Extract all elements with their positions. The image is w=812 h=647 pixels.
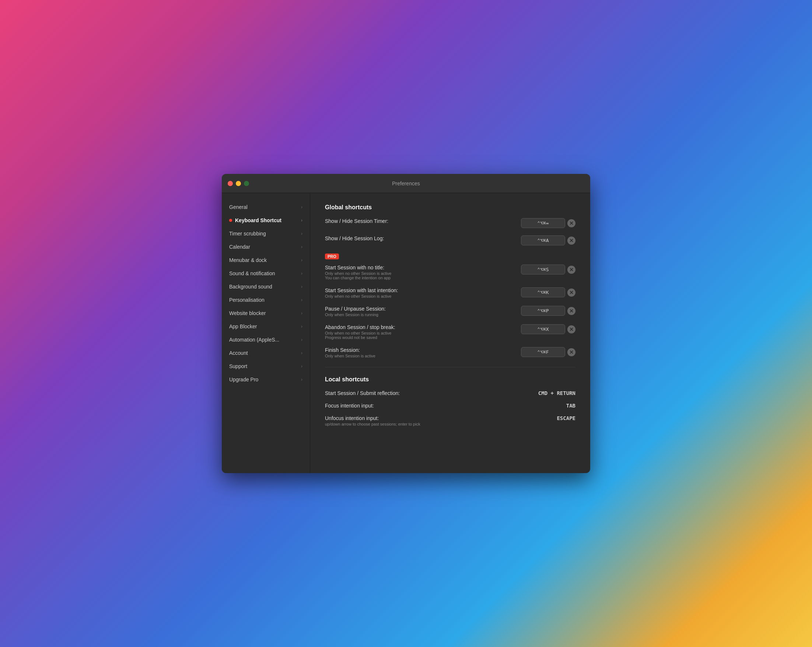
sidebar-item-automation[interactable]: Automation (AppleS...›: [222, 333, 310, 346]
local-sub-label-unfocus-intention: up/down arrow to choose past sessions; e…: [325, 422, 557, 426]
sidebar-label-background-sound: Background sound: [229, 284, 272, 290]
shortcut-sub-label-abandon-session: Only when no other Session is active: [325, 331, 521, 335]
chevron-right-icon: ›: [301, 284, 302, 289]
sidebar-label-general: General: [229, 204, 247, 210]
sidebar-item-left-support: Support: [229, 363, 247, 369]
sidebar-item-left-background-sound: Background sound: [229, 284, 272, 290]
shortcut-sub-label-finish-session: Only when Session is active: [325, 354, 521, 358]
sidebar-item-left-menubar-dock: Menubar & dock: [229, 257, 267, 263]
sidebar-item-app-blocker[interactable]: App Blocker›: [222, 320, 310, 333]
sidebar-item-calendar[interactable]: Calendar›: [222, 240, 310, 253]
sidebar-item-left-keyboard-shortcut: Keyboard Shortcut: [229, 217, 281, 223]
key-field-show-hide-timer[interactable]: ⌃⌥⌘=: [521, 218, 565, 228]
key-field-pause-unpause[interactable]: ⌃⌥⌘P: [521, 306, 565, 316]
sidebar-item-general[interactable]: General›: [222, 200, 310, 214]
sidebar-label-personalisation: Personalisation: [229, 297, 264, 303]
sidebar-item-left-personalisation: Personalisation: [229, 297, 264, 303]
shortcut-row-start-last-intention: Start Session with last intention:Only w…: [325, 287, 575, 298]
sidebar-label-app-blocker: App Blocker: [229, 324, 257, 330]
sidebar-label-upgrade-pro: Upgrade Pro: [229, 377, 258, 383]
close-button[interactable]: [228, 181, 233, 186]
shortcut-input-start-last-intention: ⌃⌥⌘K✕: [521, 287, 575, 298]
chevron-right-icon: ›: [301, 364, 302, 369]
local-key-unfocus-intention: ESCAPE: [557, 415, 575, 421]
chevron-right-icon: ›: [301, 271, 302, 276]
sidebar-item-keyboard-shortcut[interactable]: Keyboard Shortcut›: [222, 214, 310, 227]
local-label-focus-intention: Focus intention input:: [325, 403, 566, 409]
sidebar-label-website-blocker: Website blocker: [229, 310, 266, 316]
key-field-start-no-title[interactable]: ⌃⌥⌘S: [521, 264, 565, 275]
main-content: Global shortcuts Show / Hide Session Tim…: [310, 193, 590, 473]
key-field-start-last-intention[interactable]: ⌃⌥⌘K: [521, 287, 565, 298]
sidebar-item-left-calendar: Calendar: [229, 244, 250, 250]
clear-shortcut-button-finish-session[interactable]: ✕: [567, 348, 575, 356]
shortcut-main-label-finish-session: Finish Session:: [325, 347, 521, 353]
window-body: General›Keyboard Shortcut›Timer scrubbin…: [222, 193, 590, 473]
shortcut-row-start-no-title: Start Session with no title:Only when no…: [325, 264, 575, 280]
maximize-button[interactable]: [244, 181, 249, 186]
shortcut-sub-label2-abandon-session: Progress would not be saved: [325, 335, 521, 340]
shortcut-sub-label-start-last-intention: Only when no other Session is active: [325, 294, 521, 298]
active-indicator: [229, 219, 232, 222]
sidebar-item-upgrade-pro[interactable]: Upgrade Pro›: [222, 373, 310, 386]
sidebar-item-account[interactable]: Account›: [222, 346, 310, 360]
shortcut-main-label-abandon-session: Abandon Session / stop break:: [325, 324, 521, 330]
titlebar: Preferences: [222, 174, 590, 193]
local-main-label-unfocus-intention: Unfocus intention input:: [325, 415, 557, 421]
key-field-finish-session[interactable]: ⌃⌥⌘F: [521, 347, 565, 357]
local-shortcuts-title: Local shortcuts: [325, 376, 575, 383]
sidebar-item-sound-notification[interactable]: Sound & notification›: [222, 267, 310, 280]
clear-shortcut-button-start-no-title[interactable]: ✕: [567, 266, 575, 274]
sidebar: General›Keyboard Shortcut›Timer scrubbin…: [222, 193, 310, 473]
clear-shortcut-button-show-hide-log[interactable]: ✕: [567, 237, 575, 245]
local-shortcuts: Start Session / Submit reflection:CMD + …: [325, 390, 575, 426]
sidebar-item-support[interactable]: Support›: [222, 360, 310, 373]
chevron-right-icon: ›: [301, 258, 302, 263]
chevron-right-icon: ›: [301, 377, 302, 382]
chevron-right-icon: ›: [301, 218, 302, 223]
key-field-abandon-session[interactable]: ⌃⌥⌘X: [521, 324, 565, 334]
sidebar-item-timer-scrubbing[interactable]: Timer scrubbing›: [222, 227, 310, 240]
sidebar-item-left-sound-notification: Sound & notification: [229, 270, 275, 276]
shortcut-sub-label-start-no-title: Only when no other Session is active: [325, 271, 521, 276]
shortcut-label-show-hide-timer: Show / Hide Session Timer:: [325, 218, 521, 224]
shortcut-row-show-hide-log: Show / Hide Session Log:⌃⌥⌘A✕: [325, 235, 575, 246]
sidebar-item-left-general: General: [229, 204, 247, 210]
chevron-right-icon: ›: [301, 244, 302, 249]
sidebar-label-calendar: Calendar: [229, 244, 250, 250]
shortcut-label-finish-session: Finish Session:Only when Session is acti…: [325, 347, 521, 358]
key-field-show-hide-log[interactable]: ⌃⌥⌘A: [521, 235, 565, 246]
sidebar-item-website-blocker[interactable]: Website blocker›: [222, 307, 310, 320]
section-divider: [325, 367, 575, 367]
sidebar-item-left-timer-scrubbing: Timer scrubbing: [229, 230, 266, 237]
local-shortcut-row-unfocus-intention: Unfocus intention input:up/down arrow to…: [325, 415, 575, 426]
shortcut-row-show-hide-timer: Show / Hide Session Timer:⌃⌥⌘=✕: [325, 218, 575, 228]
minimize-button[interactable]: [236, 181, 241, 186]
local-label-unfocus-intention: Unfocus intention input:up/down arrow to…: [325, 415, 557, 426]
shortcut-main-label-start-no-title: Start Session with no title:: [325, 264, 521, 270]
global-shortcuts-bottom: Start Session with no title:Only when no…: [325, 264, 575, 358]
sidebar-item-left-automation: Automation (AppleS...: [229, 337, 279, 343]
local-main-label-start-submit: Start Session / Submit reflection:: [325, 390, 538, 396]
sidebar-item-left-account: Account: [229, 350, 248, 356]
shortcut-label-show-hide-log: Show / Hide Session Log:: [325, 235, 521, 241]
chevron-right-icon: ›: [301, 231, 302, 236]
clear-shortcut-button-start-last-intention[interactable]: ✕: [567, 288, 575, 297]
sidebar-label-timer-scrubbing: Timer scrubbing: [229, 230, 266, 237]
clear-shortcut-button-pause-unpause[interactable]: ✕: [567, 307, 575, 315]
shortcut-main-label-start-last-intention: Start Session with last intention:: [325, 287, 521, 293]
sidebar-item-background-sound[interactable]: Background sound›: [222, 280, 310, 293]
shortcut-input-pause-unpause: ⌃⌥⌘P✕: [521, 306, 575, 316]
sidebar-label-sound-notification: Sound & notification: [229, 270, 275, 276]
shortcut-label-start-no-title: Start Session with no title:Only when no…: [325, 264, 521, 280]
sidebar-item-personalisation[interactable]: Personalisation›: [222, 293, 310, 307]
chevron-right-icon: ›: [301, 350, 302, 356]
global-shortcuts-top: Show / Hide Session Timer:⌃⌥⌘=✕Show / Hi…: [325, 218, 575, 246]
clear-shortcut-button-abandon-session[interactable]: ✕: [567, 325, 575, 333]
sidebar-item-left-upgrade-pro: Upgrade Pro: [229, 377, 258, 383]
clear-shortcut-button-show-hide-timer[interactable]: ✕: [567, 219, 575, 227]
global-shortcuts-title: Global shortcuts: [325, 204, 575, 211]
chevron-right-icon: ›: [301, 337, 302, 342]
sidebar-item-menubar-dock[interactable]: Menubar & dock›: [222, 253, 310, 267]
local-key-start-submit: CMD + RETURN: [538, 390, 575, 396]
